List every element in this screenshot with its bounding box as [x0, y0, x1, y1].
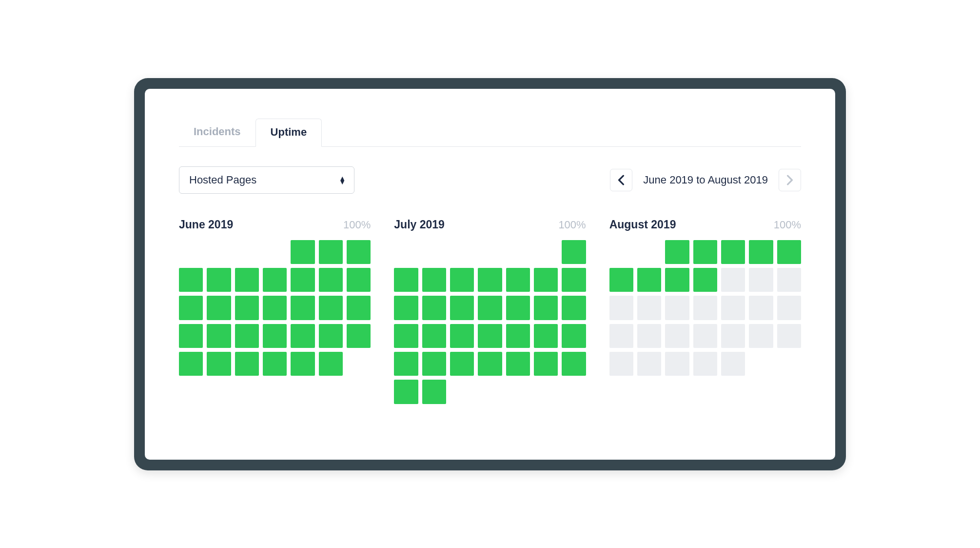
calendar-day-cell[interactable]: [749, 296, 773, 320]
calendar-day-cell[interactable]: [347, 240, 371, 264]
next-range-button[interactable]: [779, 169, 801, 191]
date-range-nav: June 2019 to August 2019: [610, 169, 801, 191]
calendar-day-cell[interactable]: [749, 324, 773, 348]
calendar-day-cell[interactable]: [609, 296, 633, 320]
calendar-day-cell[interactable]: [235, 352, 259, 376]
calendar-day-cell[interactable]: [291, 296, 314, 320]
calendar-day-cell[interactable]: [665, 352, 689, 376]
calendar-day-cell[interactable]: [207, 352, 231, 376]
calendar-day-cell[interactable]: [721, 240, 745, 264]
calendar-day-cell[interactable]: [422, 324, 446, 348]
calendar-day-cell[interactable]: [263, 296, 287, 320]
calendar-day-cell[interactable]: [450, 268, 474, 292]
calendar-day-cell[interactable]: [534, 352, 558, 376]
calendar-day-cell[interactable]: [721, 296, 745, 320]
calendar-day-cell[interactable]: [422, 380, 446, 404]
calendar-day-cell[interactable]: [665, 240, 689, 264]
tab-incidents[interactable]: Incidents: [179, 119, 255, 147]
calendar-day-cell[interactable]: [394, 380, 418, 404]
component-select[interactable]: Hosted Pages ▲▼: [179, 166, 354, 194]
calendar-day-cell[interactable]: [665, 296, 689, 320]
calendar-day-cell[interactable]: [777, 268, 801, 292]
calendar-day-cell[interactable]: [478, 296, 502, 320]
calendar-day-cell[interactable]: [749, 240, 773, 264]
calendar-day-cell[interactable]: [534, 324, 558, 348]
calendar-day-cell[interactable]: [777, 296, 801, 320]
calendar-day-cell[interactable]: [562, 296, 586, 320]
calendar-day-cell[interactable]: [235, 268, 259, 292]
calendar-day-cell[interactable]: [450, 324, 474, 348]
calendar-day-cell[interactable]: [394, 296, 418, 320]
calendar-day-cell[interactable]: [534, 296, 558, 320]
calendar-day-cell[interactable]: [422, 268, 446, 292]
calendar-day-cell[interactable]: [609, 352, 633, 376]
calendar-day-cell[interactable]: [263, 324, 287, 348]
calendar-day-cell[interactable]: [319, 352, 343, 376]
calendar-day-cell[interactable]: [749, 268, 773, 292]
calendar-day-cell[interactable]: [179, 324, 203, 348]
calendar-day-cell[interactable]: [693, 240, 717, 264]
calendar-day-cell[interactable]: [291, 352, 314, 376]
calendar-day-cell[interactable]: [693, 268, 717, 292]
calendar-day-cell[interactable]: [506, 296, 530, 320]
calendar-day-cell[interactable]: [319, 240, 343, 264]
prev-range-button[interactable]: [610, 169, 632, 191]
calendar-day-cell[interactable]: [450, 352, 474, 376]
calendar-day-cell[interactable]: [422, 352, 446, 376]
calendar-day-cell[interactable]: [207, 268, 231, 292]
calendar-day-cell[interactable]: [207, 324, 231, 348]
calendar-day-cell[interactable]: [693, 352, 717, 376]
calendar-day-cell[interactable]: [637, 324, 661, 348]
calendar-day-cell[interactable]: [506, 352, 530, 376]
calendar-day-cell[interactable]: [777, 324, 801, 348]
calendar-day-cell[interactable]: [291, 268, 314, 292]
calendar-day-cell[interactable]: [562, 240, 586, 264]
calendar-day-cell[interactable]: [291, 324, 314, 348]
calendar-day-cell[interactable]: [637, 296, 661, 320]
calendar-day-cell[interactable]: [263, 268, 287, 292]
calendar-day-cell[interactable]: [562, 324, 586, 348]
calendar-day-cell[interactable]: [721, 352, 745, 376]
month-header: June 2019100%: [179, 218, 371, 231]
calendar-day-cell[interactable]: [562, 352, 586, 376]
calendar-day-cell[interactable]: [693, 324, 717, 348]
calendar-day-cell[interactable]: [506, 268, 530, 292]
calendar-day-cell[interactable]: [179, 296, 203, 320]
calendar-day-cell[interactable]: [263, 352, 287, 376]
calendar-day-cell[interactable]: [235, 324, 259, 348]
calendar-day-cell[interactable]: [637, 352, 661, 376]
calendar-day-cell[interactable]: [347, 324, 371, 348]
calendar-day-cell[interactable]: [777, 240, 801, 264]
calendar-day-cell[interactable]: [721, 268, 745, 292]
calendar-day-cell[interactable]: [319, 324, 343, 348]
calendar-day-cell[interactable]: [291, 240, 314, 264]
calendar-day-cell[interactable]: [347, 296, 371, 320]
calendar-day-cell[interactable]: [422, 296, 446, 320]
calendar-day-cell[interactable]: [562, 268, 586, 292]
calendar-day-cell[interactable]: [394, 352, 418, 376]
calendar-day-cell[interactable]: [394, 268, 418, 292]
calendar-day-cell[interactable]: [319, 296, 343, 320]
calendar-day-cell[interactable]: [450, 296, 474, 320]
calendar-day-cell[interactable]: [478, 268, 502, 292]
calendar-day-cell[interactable]: [534, 268, 558, 292]
calendar-day-cell[interactable]: [235, 296, 259, 320]
calendar-day-cell[interactable]: [609, 268, 633, 292]
calendar-day-cell[interactable]: [347, 268, 371, 292]
calendar-day-cell[interactable]: [478, 352, 502, 376]
calendar-day-cell[interactable]: [179, 352, 203, 376]
calendar-day-cell[interactable]: [319, 268, 343, 292]
calendar-day-cell[interactable]: [665, 268, 689, 292]
calendar-day-cell[interactable]: [478, 324, 502, 348]
calendar-day-cell[interactable]: [665, 324, 689, 348]
calendar-day-cell[interactable]: [721, 324, 745, 348]
tab-uptime[interactable]: Uptime: [255, 119, 322, 147]
month-uptime-percent: 100%: [558, 219, 586, 231]
calendar-day-cell[interactable]: [693, 296, 717, 320]
calendar-day-cell[interactable]: [179, 268, 203, 292]
calendar-day-cell[interactable]: [207, 296, 231, 320]
calendar-day-cell[interactable]: [506, 324, 530, 348]
calendar-day-cell[interactable]: [394, 324, 418, 348]
calendar-day-cell[interactable]: [609, 324, 633, 348]
calendar-day-cell[interactable]: [637, 268, 661, 292]
